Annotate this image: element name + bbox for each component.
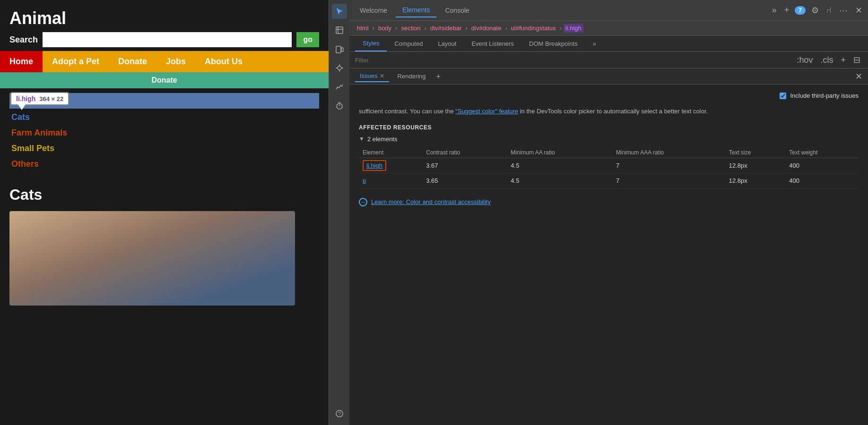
breadcrumb-fundingstatus[interactable]: ul#fundingstatus bbox=[509, 24, 558, 33]
toggle-sidebar-icon[interactable]: ⊟ bbox=[851, 54, 862, 66]
text-size-cell-li-high: 12.8px bbox=[725, 158, 786, 173]
filter-input[interactable] bbox=[355, 57, 795, 64]
category-cats[interactable]: Cats bbox=[9, 110, 319, 125]
device-icon[interactable] bbox=[332, 42, 347, 57]
include-third-party-checkbox[interactable] bbox=[780, 93, 786, 99]
issues-tab-label: Issues bbox=[360, 72, 378, 79]
nav-home[interactable]: Home bbox=[0, 51, 43, 72]
nav-about[interactable]: About Us bbox=[195, 51, 252, 72]
sub-tabs-row: Styles Computed Layout Event Listeners D… bbox=[349, 36, 868, 52]
accessibility-icon[interactable]: ⑁ bbox=[825, 4, 833, 16]
close-panel-icon[interactable]: ✕ bbox=[855, 71, 862, 82]
breadcrumb-bar: html › body › section › div#sidebar › di… bbox=[349, 21, 868, 36]
col-min-aaa: Minimum AAA ratio bbox=[612, 147, 725, 158]
tooltip-arrow bbox=[18, 104, 26, 110]
learn-more-link[interactable]: Learn more: Color and contrast accessibi… bbox=[371, 198, 491, 205]
inspect-icon[interactable] bbox=[332, 23, 347, 38]
search-input[interactable] bbox=[43, 32, 292, 47]
table-row-li-high: li.high 3.67 4.5 7 12.8px 400 bbox=[359, 158, 859, 173]
search-label: Search bbox=[9, 35, 38, 45]
subtab-computed[interactable]: Computed bbox=[387, 36, 430, 51]
text-size-cell-p: 12.8px bbox=[725, 173, 786, 188]
col-text-size: Text size bbox=[725, 147, 786, 158]
close-devtools-icon[interactable]: ✕ bbox=[853, 4, 864, 17]
element-tooltip: li.high 364 × 22 bbox=[10, 92, 69, 105]
tab-elements[interactable]: Elements bbox=[396, 3, 436, 17]
min-aaa-cell-p: 7 bbox=[612, 173, 725, 188]
learn-more-row: → Learn more: Color and contrast accessi… bbox=[359, 198, 859, 206]
subtab-more[interactable]: » bbox=[585, 36, 604, 51]
nav-adopt[interactable]: Adopt a Pet bbox=[43, 51, 109, 72]
suggest-color-link[interactable]: "Suggest color" feature bbox=[455, 108, 518, 115]
subtab-layout[interactable]: Layout bbox=[430, 36, 464, 51]
p-link[interactable]: p bbox=[363, 177, 366, 184]
learn-more-icon: → bbox=[359, 198, 367, 206]
affected-resources-heading: AFFECTED RESOURCES bbox=[359, 124, 859, 131]
search-row: Search go bbox=[0, 32, 329, 51]
subtab-styles[interactable]: Styles bbox=[355, 36, 387, 51]
category-others[interactable]: Others bbox=[9, 156, 319, 172]
tab-console[interactable]: Console bbox=[438, 4, 476, 17]
category-farm-animals[interactable]: Farm Animals bbox=[9, 125, 319, 141]
pet-image-inner bbox=[9, 211, 295, 306]
main-content: Cats bbox=[0, 177, 329, 315]
elements-disclosure: ▼ 2 elements bbox=[359, 136, 859, 143]
more-tabs-icon[interactable]: » bbox=[770, 4, 779, 16]
element-cell-p: p bbox=[359, 173, 422, 188]
subtab-dom-breakpoints[interactable]: DOM Breakpoints bbox=[521, 36, 585, 51]
devtools-sidebar-icons: ? bbox=[329, 0, 349, 425]
filter-bar-right: :hov .cls + ⊟ bbox=[795, 54, 862, 66]
breadcrumb-section[interactable]: section bbox=[399, 24, 422, 33]
notification-badge: 7 bbox=[795, 6, 806, 15]
add-style-icon[interactable]: + bbox=[839, 54, 848, 66]
disclosure-arrow-icon[interactable]: ▼ bbox=[359, 136, 365, 142]
settings-icon[interactable]: ⚙ bbox=[809, 4, 821, 17]
devtools-toolbar: Welcome Elements Console » + 7 ⚙ ⑁ ⋯ ✕ bbox=[349, 0, 868, 21]
cls-button[interactable]: .cls bbox=[818, 54, 835, 66]
add-tab-icon[interactable]: + bbox=[782, 4, 791, 16]
min-aa-cell-li-high: 4.5 bbox=[507, 158, 612, 173]
min-aa-cell-p: 4.5 bbox=[507, 173, 612, 188]
table-row-p: p 3.65 4.5 7 12.8px 400 bbox=[359, 173, 859, 188]
hov-button[interactable]: :hov bbox=[795, 54, 815, 66]
svg-point-5 bbox=[338, 66, 341, 70]
tooltip-element-label: li.high bbox=[16, 95, 35, 102]
breadcrumb-sidebar[interactable]: div#sidebar bbox=[428, 24, 464, 33]
category-small-pets[interactable]: Small Pets bbox=[9, 141, 319, 156]
tab-welcome[interactable]: Welcome bbox=[353, 4, 394, 17]
timer-icon[interactable] bbox=[332, 98, 347, 113]
element-cell-li-high: li.high bbox=[359, 158, 422, 173]
breadcrumb-donate[interactable]: div#donate bbox=[469, 24, 503, 33]
svg-rect-0 bbox=[336, 27, 343, 34]
more-options-icon[interactable]: ⋯ bbox=[837, 4, 850, 17]
help-icon[interactable]: ? bbox=[332, 406, 347, 421]
subtab-event-listeners[interactable]: Event Listeners bbox=[464, 36, 521, 51]
text-weight-cell-p: 400 bbox=[785, 173, 859, 188]
rendering-tab-label: Rendering bbox=[398, 73, 426, 80]
min-aaa-cell-li-high: 7 bbox=[612, 158, 725, 173]
devtools-content: Include third-party issues sufficient co… bbox=[349, 85, 868, 425]
website-panel: Animal Search go Home Adopt a Pet Donate… bbox=[0, 0, 329, 425]
col-element: Element bbox=[359, 147, 422, 158]
toolbar-right: » + 7 ⚙ ⑁ ⋯ ✕ bbox=[770, 4, 864, 17]
tab-rendering[interactable]: Rendering bbox=[393, 71, 431, 82]
bug-icon[interactable] bbox=[332, 60, 347, 76]
breadcrumb-li-high[interactable]: li.high bbox=[564, 24, 583, 33]
breadcrumb-body[interactable]: body bbox=[376, 24, 393, 33]
breadcrumb-html[interactable]: html bbox=[355, 24, 371, 33]
performance-icon[interactable] bbox=[332, 79, 347, 94]
search-go-button[interactable]: go bbox=[296, 32, 319, 47]
nav-jobs[interactable]: Jobs bbox=[156, 51, 195, 72]
li-high-link[interactable]: li.high bbox=[363, 160, 386, 171]
issues-tab-close-icon[interactable]: ✕ bbox=[380, 73, 384, 79]
contrast-cell-li-high: 3.67 bbox=[422, 158, 507, 173]
section-title: Cats bbox=[9, 186, 319, 204]
issue-description: sufficient contrast. You can use the "Su… bbox=[359, 107, 859, 117]
tab-issues[interactable]: Issues ✕ bbox=[355, 70, 389, 82]
add-tab-plus-icon[interactable]: + bbox=[436, 72, 441, 81]
nav-bar: Home Adopt a Pet Donate Jobs About Us bbox=[0, 51, 329, 72]
elements-count: 2 elements bbox=[367, 136, 398, 143]
nav-donate[interactable]: Donate bbox=[109, 51, 156, 72]
include-third-party-label: Include third-party issues bbox=[790, 92, 859, 99]
cursor-icon[interactable] bbox=[332, 4, 347, 19]
